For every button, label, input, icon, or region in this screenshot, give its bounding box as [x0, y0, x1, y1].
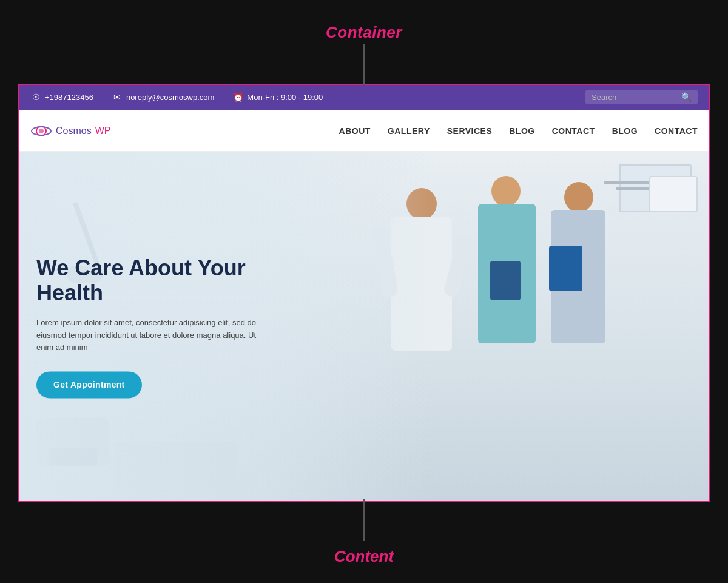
phone-number: +1987123456 [45, 93, 93, 102]
hero-section: We Care About Your Health Lorem ipsum do… [18, 152, 710, 502]
phone-icon: ☉ [30, 92, 41, 103]
topbar-email: ✉ noreply@cosmoswp.com [112, 92, 214, 103]
logo-cosmos-text: Cosmos [56, 126, 92, 136]
topbar: ☉ +1987123456 ✉ noreply@cosmoswp.com ⏰ M… [18, 84, 710, 110]
clipboard [549, 246, 582, 291]
clock-icon: ⏰ [232, 92, 243, 103]
hero-content: We Care About Your Health Lorem ipsum do… [36, 255, 261, 398]
get-appointment-button[interactable]: Get Appointment [36, 372, 142, 399]
website-wrapper: ☉ +1987123456 ✉ noreply@cosmoswp.com ⏰ M… [18, 84, 710, 502]
business-hours: Mon-Fri : 9:00 - 19:00 [247, 93, 323, 102]
nav-item-about[interactable]: ABOUT [339, 126, 371, 136]
logo-icon [30, 120, 52, 142]
nav-item-blog1[interactable]: BLOG [509, 126, 534, 136]
logo[interactable]: CosmosWP [30, 120, 110, 142]
email-icon: ✉ [112, 92, 123, 103]
nurse2-head [564, 182, 593, 212]
tablet-prop [490, 261, 521, 300]
logo-wp-text: WP [95, 126, 111, 136]
content-label: Content [334, 547, 394, 566]
nav-links: ABOUT GALLERY SERVICES BLOG CONTACT BLOG… [339, 126, 698, 136]
navbar: CosmosWP ABOUT GALLERY SERVICES BLOG CON… [18, 110, 710, 152]
line-top [363, 44, 365, 85]
nav-item-gallery[interactable]: GALLERY [388, 126, 430, 136]
hero-subtitle: Lorem ipsum dolor sit amet, consectetur … [36, 317, 261, 354]
hero-title: We Care About Your Health [36, 255, 261, 306]
nav-item-contact2[interactable]: CONTACT [655, 126, 698, 136]
nav-item-blog2[interactable]: BLOG [612, 126, 638, 136]
search-icon: 🔍 [681, 92, 692, 102]
email-address: noreply@cosmoswp.com [126, 93, 214, 102]
topbar-phone: ☉ +1987123456 [30, 92, 93, 103]
topbar-hours: ⏰ Mon-Fri : 9:00 - 19:00 [232, 92, 323, 103]
line-bottom [363, 499, 365, 541]
container-label: Container [326, 23, 402, 42]
nurse1-head [491, 176, 521, 206]
topbar-search-box[interactable]: 🔍 [585, 90, 698, 104]
nav-item-services[interactable]: SERVICES [447, 126, 493, 136]
nav-item-contact1[interactable]: CONTACT [552, 126, 595, 136]
search-input[interactable] [592, 93, 676, 102]
svg-point-2 [39, 129, 44, 133]
